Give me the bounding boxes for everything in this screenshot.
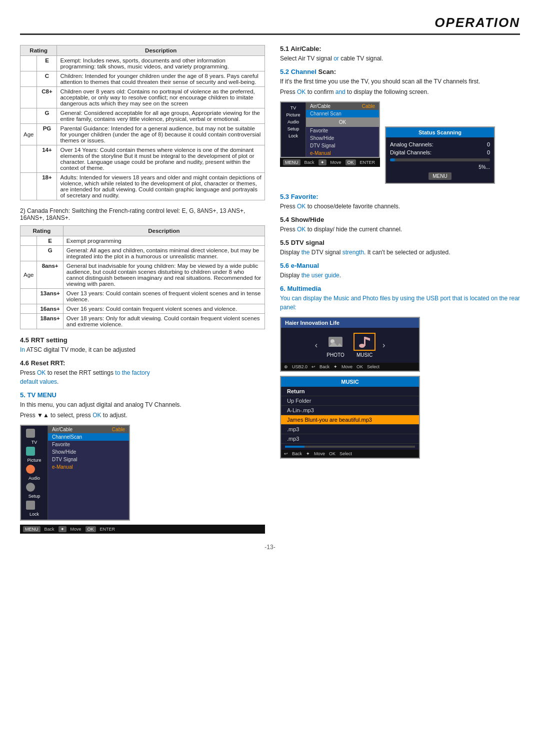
section-6: 6. Multimedia You can display the Music … — [280, 285, 520, 312]
rating-cell: 13ans+ — [37, 289, 63, 304]
rating-cell: C8+ — [37, 87, 57, 108]
desc-cell: Children over 8 years old: Contains no p… — [57, 87, 265, 108]
section-55: 5.5 DTV signal Display the DTV signal st… — [280, 239, 520, 257]
music-bottom-bar: ↩ Back ✦ Move OK Select — [281, 450, 419, 458]
scan-progress-bar — [390, 158, 490, 161]
age-cell — [20, 289, 37, 304]
tv-menu-tv — [22, 428, 46, 439]
age-cell — [20, 314, 37, 329]
table-row: Age 8ans+ General but inadvisable for yo… — [20, 261, 265, 289]
music-list-item-upfolder: Up Folder — [281, 396, 419, 406]
submenu-channelscan: ChannelScan — [48, 433, 129, 441]
section-53-heading: 5.3 Favorite: — [280, 193, 520, 200]
scan-menu-btn: MENU — [390, 173, 490, 179]
page-number: -13- — [20, 544, 520, 551]
section-45-body: In ATSC digital TV mode, it can be adjus… — [20, 345, 265, 354]
age-cell: Age — [20, 261, 37, 289]
desc-cell: Exempt programming — [63, 236, 264, 246]
photo-item: PHOTO — [324, 333, 346, 358]
section-53-body: Press OK to choose/delete favorite chann… — [280, 202, 520, 211]
rating-cell: 16ans+ — [37, 304, 63, 314]
age-cell — [20, 304, 37, 314]
rating-cell: G — [37, 246, 63, 261]
tv-menu-screenshot-2: TV Picture Audio Setup Lock Air/Cable Ca… — [280, 101, 380, 188]
svg-rect-4 — [364, 337, 366, 346]
music-progress-bar — [285, 446, 415, 448]
ok-btn: OK — [86, 526, 96, 532]
section-52-body2: Press OK to confirm and to display the f… — [280, 87, 520, 96]
scan-progress-inner — [390, 158, 395, 161]
canada-label: 2) Canada French: Switching the French-r… — [20, 207, 265, 221]
tv-bottom-bar-2: MENUBack ✦Move OKENTER — [280, 158, 380, 167]
age-cell — [20, 56, 37, 71]
table-row: C Children: Intended for younger childre… — [20, 71, 265, 87]
music-list-item-mp3-2: .mp3 — [281, 434, 419, 444]
submenu-showhide: Show/Hide — [48, 448, 129, 456]
age-cell — [20, 87, 37, 108]
lock-icon — [26, 501, 35, 510]
picture-icon — [26, 447, 35, 456]
submenu-emanual: e-Manual — [48, 463, 129, 471]
page: OPERATION Rating Description E Exempt: I… — [0, 0, 540, 756]
page-title: OPERATION — [20, 15, 520, 30]
section-53: 5.3 Favorite: Press OK to choose/delete … — [280, 193, 520, 211]
audio-icon — [26, 465, 35, 474]
section-56-body: Display the user guide. — [280, 271, 520, 280]
usb-btn: ⊕ — [284, 364, 288, 369]
rating-cell: 8ans+ — [37, 261, 63, 289]
scan-body: Analog Channels: 0 Digital Channels: 0 5… — [386, 137, 494, 183]
desc-cell: Adults: Intended for viewers 18 years an… — [57, 173, 265, 200]
music-item: MUSIC — [354, 333, 376, 358]
age-cell — [20, 173, 37, 200]
desc-cell: Over 13 years: Could contain scenes of f… — [63, 289, 264, 304]
multi-bottom-bar: ⊕ USB2.0 ↩ Back ✦ Move OK Select — [281, 363, 419, 371]
section-52: 5.2 Channel Scan: If it's the first time… — [280, 68, 520, 96]
analog-val: 0 — [487, 141, 490, 147]
section-52-body1: If it's the first time you use the TV, y… — [280, 77, 520, 86]
music-select-label: Select — [340, 451, 352, 456]
section-5: 5. TV MENU In this menu, you can adjust … — [20, 391, 265, 420]
scan-screen: Status Scanning Analog Channels: 0 Digit… — [385, 126, 495, 184]
table-row: 18+ Adults: Intended for viewers 18 year… — [20, 173, 265, 200]
rating-cell: 14+ — [37, 145, 57, 173]
section-5-body1: In this menu, you can adjust digital and… — [20, 400, 265, 409]
section-54-heading: 5.4 Show/Hide — [280, 216, 520, 223]
digital-val: 0 — [487, 149, 490, 155]
table1-desc-header: Description — [57, 45, 265, 56]
multi-title: Haier Innovation Life — [285, 320, 340, 326]
music-select-btn: OK — [329, 451, 336, 456]
digital-label: Digital Channels: — [390, 149, 432, 155]
analog-row: Analog Channels: 0 — [390, 141, 490, 147]
table-row: E Exempt: Includes news, sports, documen… — [20, 56, 265, 71]
music-title-bar: MUSIC — [281, 377, 419, 387]
tv-bottom-bar-1: MENUBack ✦Move OKENTER — [20, 525, 265, 534]
main-content: Rating Description E Exempt: Includes ne… — [20, 45, 520, 534]
desc-cell: General: Considered acceptable for all a… — [57, 108, 265, 124]
desc-cell: General: All ages and children, contains… — [63, 246, 264, 261]
digital-row: Digital Channels: 0 — [390, 149, 490, 155]
table1-rating-header: Rating — [20, 45, 57, 56]
left-arrow-icon: ‹ — [315, 341, 318, 350]
desc-cell: Over 14 Years: Could contain themes wher… — [57, 145, 265, 173]
age-cell — [20, 145, 37, 173]
r2-ok-btn: OK — [306, 117, 379, 127]
page-header: OPERATION — [20, 15, 520, 35]
multi-title-bar: Haier Innovation Life — [281, 318, 419, 328]
rating-cell: E — [37, 236, 63, 246]
r2-favorite: Favorite — [306, 127, 379, 134]
rating-cell: 18+ — [37, 173, 57, 200]
section-56-heading: 5.6 e-Manual — [280, 262, 520, 269]
select-label: Select — [367, 364, 380, 369]
music-back-label: Back — [292, 451, 302, 456]
section-51: 5.1 Air/Cable: Select Air TV signal or c… — [280, 45, 520, 63]
section-6-body: You can display the Music and Photo file… — [280, 294, 520, 312]
submenu-air-cable: Air/Cable — [52, 427, 72, 432]
music-list-item-mp3-1: .mp3 — [281, 425, 419, 434]
rating-table-2: Rating Description E Exempt programming … — [20, 225, 265, 329]
select-btn-multi: OK — [356, 364, 363, 369]
scan-title: Status Scanning — [386, 127, 494, 137]
rating-cell: C — [37, 71, 57, 87]
r2-dtv: DTV Signal — [306, 142, 379, 149]
section-51-heading: 5.1 Air/Cable: — [280, 45, 520, 52]
move-btn-multi: ✦ — [334, 364, 338, 369]
